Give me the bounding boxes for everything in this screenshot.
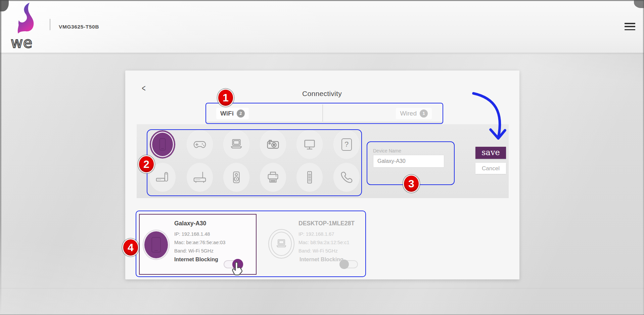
we-logo-flame-icon xyxy=(16,3,36,36)
device-ip: IP: 192.168.1.67 xyxy=(298,231,334,237)
device-mac: Mac: be:ae:76:5e:ae:03 xyxy=(174,240,225,245)
background-seam xyxy=(0,288,644,288)
tab-wifi[interactable]: WiFi 2 xyxy=(216,103,249,124)
camera-icon xyxy=(265,137,281,152)
save-button[interactable]: save xyxy=(475,147,506,159)
router-icon xyxy=(192,170,208,185)
speaker-icon xyxy=(229,170,244,185)
hamburger-menu-icon[interactable] xyxy=(625,22,635,31)
device-type-cordless-phone[interactable] xyxy=(150,163,175,191)
cancel-button[interactable]: Cancel xyxy=(475,163,506,174)
toggle-knob xyxy=(232,259,243,270)
device-type-server[interactable] xyxy=(297,163,322,191)
device-type-laptop[interactable] xyxy=(224,130,249,159)
smartphone-icon xyxy=(150,236,162,254)
monitor-icon xyxy=(302,137,317,152)
server-icon xyxy=(302,170,317,185)
cordless-phone-icon xyxy=(155,170,170,185)
tab-wired-count-badge: 1 xyxy=(420,109,428,118)
internet-blocking-toggle-off[interactable] xyxy=(340,260,358,268)
internet-blocking-toggle-on[interactable] xyxy=(224,260,241,268)
we-logo-wordmark: we xyxy=(10,34,44,51)
header-divider xyxy=(50,19,50,30)
tab-wired[interactable]: Wired 1 xyxy=(396,103,432,124)
header-bar: we VMG3625-T50B xyxy=(0,0,644,53)
internet-blocking-label: Internet Blocking xyxy=(174,257,218,263)
tab-divider xyxy=(322,104,323,122)
toggle-knob xyxy=(339,260,349,269)
device-name: DESKTOP-1MLE28T xyxy=(298,220,355,227)
device-type-speaker[interactable] xyxy=(224,163,249,191)
svg-text:we: we xyxy=(11,34,33,51)
tab-wifi-count-badge: 2 xyxy=(237,109,245,118)
printer-icon xyxy=(265,170,281,185)
device-avatar-laptop xyxy=(268,229,294,259)
frame-edge-left xyxy=(0,0,1,315)
smartphone-icon xyxy=(155,137,170,152)
device-name-input[interactable] xyxy=(373,155,444,168)
laptop-icon xyxy=(229,137,244,152)
device-type-printer[interactable] xyxy=(260,163,286,191)
device-mac: Mac: b8:9a:2a:12:5e:c1 xyxy=(298,240,350,245)
device-name-label: Device Name xyxy=(373,148,401,153)
back-button[interactable]: < xyxy=(142,83,145,93)
page-title: Connectivity xyxy=(272,90,372,98)
device-type-camera[interactable] xyxy=(260,130,286,159)
device-band: Band: Wi-Fi 5GHz xyxy=(174,248,214,254)
tab-wifi-label: WiFi xyxy=(220,110,234,117)
router-model-label: VMG3625-T50B xyxy=(59,24,99,30)
device-type-gamepad[interactable] xyxy=(187,130,213,159)
frame-edge-top xyxy=(0,0,644,1)
device-type-phone-handset[interactable] xyxy=(334,163,359,191)
internet-blocking-label: Internet Blocking xyxy=(300,257,343,263)
phone-handset-icon xyxy=(339,170,354,185)
device-ip: IP: 192.168.1.48 xyxy=(174,231,210,237)
connection-tabs: WiFi 2 Wired 1 xyxy=(205,103,443,124)
tab-wired-label: Wired xyxy=(400,110,417,117)
laptop-icon xyxy=(274,237,289,251)
router-admin-page: we VMG3625-T50B < Connectivity WiFi 2 Wi… xyxy=(0,0,644,315)
device-type-unknown[interactable]: ? xyxy=(334,130,359,159)
device-type-monitor[interactable] xyxy=(297,130,322,159)
gamepad-icon xyxy=(192,137,208,152)
device-avatar-smartphone xyxy=(143,230,169,260)
device-name: Galaxy-A30 xyxy=(174,220,206,227)
device-type-router[interactable] xyxy=(187,163,213,191)
device-type-smartphone[interactable] xyxy=(150,130,175,159)
device-band: Band: Wi-Fi 5GHz xyxy=(298,248,338,254)
question-mark-icon: ? xyxy=(341,138,352,151)
